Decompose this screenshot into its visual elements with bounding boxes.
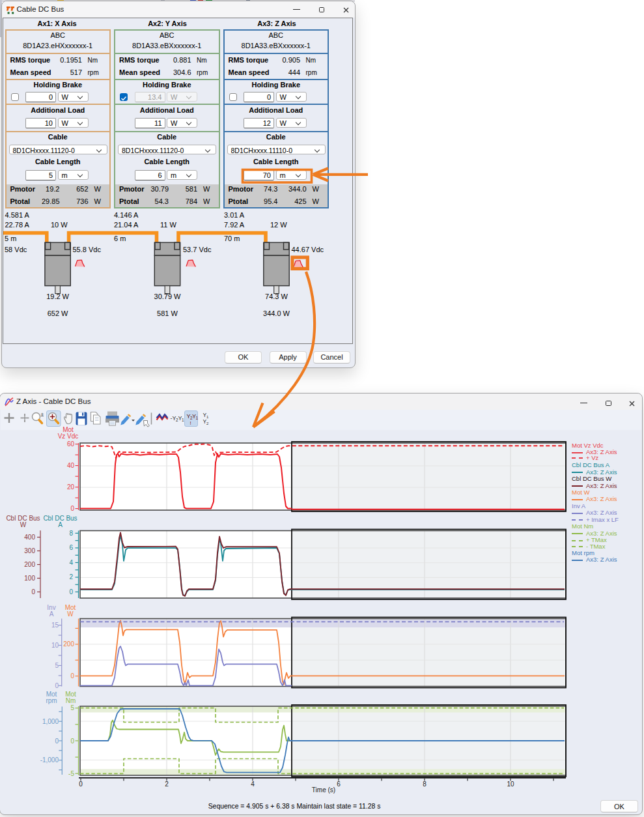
svg-text:1: 1 xyxy=(182,418,184,422)
svg-text:0: 0 xyxy=(55,738,59,745)
svg-text:-5: -5 xyxy=(68,770,74,777)
svg-text:20: 20 xyxy=(67,483,75,491)
svg-text:10: 10 xyxy=(51,642,59,649)
svg-text:0: 0 xyxy=(70,505,74,512)
svg-text:200: 200 xyxy=(24,561,35,568)
svg-text:A: A xyxy=(58,521,63,528)
svg-text:100: 100 xyxy=(24,575,35,582)
svg-text:6: 6 xyxy=(337,781,341,788)
svg-text:Time (s): Time (s) xyxy=(312,786,335,794)
svg-text:W: W xyxy=(67,610,74,618)
svg-text:40: 40 xyxy=(67,462,75,469)
svg-text:W: W xyxy=(20,521,27,528)
svg-text:Vz Vdc: Vz Vdc xyxy=(58,433,79,440)
svg-text:2: 2 xyxy=(165,781,169,788)
svg-text:rpm: rpm xyxy=(46,697,57,704)
svg-text:-1,000: -1,000 xyxy=(40,756,59,764)
svg-text:1: 1 xyxy=(196,416,199,420)
svg-text:0: 0 xyxy=(70,672,74,680)
svg-text:1: 1 xyxy=(206,415,209,419)
svg-text:1,000: 1,000 xyxy=(42,718,59,725)
svg-text:10: 10 xyxy=(507,781,514,788)
svg-text:0: 0 xyxy=(69,588,73,595)
svg-text:0: 0 xyxy=(31,588,35,595)
svg-text:8: 8 xyxy=(423,781,427,788)
svg-text:400: 400 xyxy=(24,534,35,541)
svg-text:15: 15 xyxy=(51,622,59,629)
svg-text:8: 8 xyxy=(69,530,73,537)
svg-text:200: 200 xyxy=(63,640,74,648)
svg-text:60: 60 xyxy=(67,440,75,448)
svg-text:4: 4 xyxy=(251,781,255,788)
svg-text:Nm: Nm xyxy=(66,697,76,704)
svg-text:±: ± xyxy=(41,411,44,418)
svg-text:5: 5 xyxy=(70,704,74,711)
svg-text:0: 0 xyxy=(70,738,74,745)
svg-text:6: 6 xyxy=(69,544,73,551)
svg-text:5: 5 xyxy=(55,662,59,669)
svg-text:2: 2 xyxy=(69,573,73,580)
svg-text:300: 300 xyxy=(24,547,35,554)
svg-text:A: A xyxy=(49,610,54,618)
svg-text:0: 0 xyxy=(79,781,83,788)
svg-text:4: 4 xyxy=(69,559,73,566)
svg-text:0: 0 xyxy=(55,682,59,689)
